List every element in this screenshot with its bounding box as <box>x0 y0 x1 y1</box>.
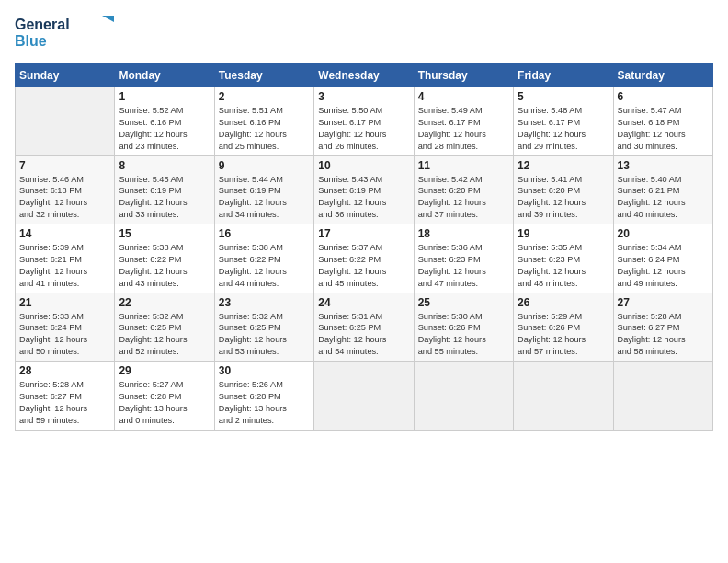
day-info: Sunrise: 5:29 AMSunset: 6:26 PMDaylight:… <box>518 311 609 359</box>
day-cell <box>314 362 414 431</box>
week-row-5: 28Sunrise: 5:28 AMSunset: 6:27 PMDayligh… <box>16 362 713 431</box>
day-cell: 10Sunrise: 5:43 AMSunset: 6:19 PMDayligh… <box>314 155 414 224</box>
day-cell: 2Sunrise: 5:51 AMSunset: 6:16 PMDaylight… <box>214 87 313 156</box>
day-number: 4 <box>418 90 509 103</box>
header-area: General Blue <box>15 11 713 56</box>
day-number: 20 <box>618 227 709 240</box>
day-info: Sunrise: 5:50 AMSunset: 6:17 PMDaylight:… <box>318 105 409 153</box>
day-info: Sunrise: 5:36 AMSunset: 6:23 PMDaylight:… <box>418 242 509 290</box>
svg-text:General: General <box>15 17 70 32</box>
day-info: Sunrise: 5:41 AMSunset: 6:20 PMDaylight:… <box>518 174 609 222</box>
day-info: Sunrise: 5:26 AMSunset: 6:28 PMDaylight:… <box>219 379 310 427</box>
day-cell: 1Sunrise: 5:52 AMSunset: 6:16 PMDaylight… <box>115 87 214 156</box>
day-info: Sunrise: 5:28 AMSunset: 6:27 PMDaylight:… <box>618 311 709 359</box>
day-info: Sunrise: 5:47 AMSunset: 6:18 PMDaylight:… <box>618 105 709 153</box>
day-number: 1 <box>119 90 210 103</box>
day-info: Sunrise: 5:35 AMSunset: 6:23 PMDaylight:… <box>518 242 609 290</box>
day-info: Sunrise: 5:37 AMSunset: 6:22 PMDaylight:… <box>318 242 409 290</box>
day-number: 30 <box>219 364 310 377</box>
day-number: 28 <box>19 364 110 377</box>
header-monday: Monday <box>115 64 214 87</box>
day-cell <box>414 362 513 431</box>
day-info: Sunrise: 5:45 AMSunset: 6:19 PMDaylight:… <box>119 174 210 222</box>
day-cell: 15Sunrise: 5:38 AMSunset: 6:22 PMDayligh… <box>115 224 214 293</box>
day-info: Sunrise: 5:42 AMSunset: 6:20 PMDaylight:… <box>418 174 509 222</box>
day-number: 16 <box>219 227 310 240</box>
day-cell: 29Sunrise: 5:27 AMSunset: 6:28 PMDayligh… <box>115 362 214 431</box>
header-tuesday: Tuesday <box>214 64 313 87</box>
day-cell: 18Sunrise: 5:36 AMSunset: 6:23 PMDayligh… <box>414 224 513 293</box>
day-cell: 25Sunrise: 5:30 AMSunset: 6:26 PMDayligh… <box>414 293 513 362</box>
day-info: Sunrise: 5:27 AMSunset: 6:28 PMDaylight:… <box>119 379 210 427</box>
day-cell: 19Sunrise: 5:35 AMSunset: 6:23 PMDayligh… <box>514 224 613 293</box>
day-cell: 22Sunrise: 5:32 AMSunset: 6:25 PMDayligh… <box>115 293 214 362</box>
week-row-3: 14Sunrise: 5:39 AMSunset: 6:21 PMDayligh… <box>16 224 713 293</box>
day-number: 17 <box>318 227 409 240</box>
day-cell: 14Sunrise: 5:39 AMSunset: 6:21 PMDayligh… <box>16 224 115 293</box>
day-info: Sunrise: 5:40 AMSunset: 6:21 PMDaylight:… <box>618 174 709 222</box>
day-info: Sunrise: 5:51 AMSunset: 6:16 PMDaylight:… <box>219 105 310 153</box>
day-number: 15 <box>119 227 210 240</box>
header-saturday: Saturday <box>613 64 712 87</box>
main-container: General Blue Sunday Monday Tuesday Wedne… <box>0 0 728 442</box>
day-cell <box>613 362 712 431</box>
day-cell: 11Sunrise: 5:42 AMSunset: 6:20 PMDayligh… <box>414 155 513 224</box>
day-cell: 23Sunrise: 5:32 AMSunset: 6:25 PMDayligh… <box>214 293 313 362</box>
header-row: Sunday Monday Tuesday Wednesday Thursday… <box>16 64 713 87</box>
day-cell: 20Sunrise: 5:34 AMSunset: 6:24 PMDayligh… <box>613 224 712 293</box>
day-cell: 3Sunrise: 5:50 AMSunset: 6:17 PMDaylight… <box>314 87 414 156</box>
day-cell: 9Sunrise: 5:44 AMSunset: 6:19 PMDaylight… <box>214 155 313 224</box>
day-cell: 21Sunrise: 5:33 AMSunset: 6:24 PMDayligh… <box>16 293 115 362</box>
day-info: Sunrise: 5:32 AMSunset: 6:25 PMDaylight:… <box>119 311 210 359</box>
day-number: 21 <box>19 296 110 309</box>
day-info: Sunrise: 5:33 AMSunset: 6:24 PMDaylight:… <box>19 311 110 359</box>
header-sunday: Sunday <box>16 64 115 87</box>
day-cell <box>514 362 613 431</box>
day-info: Sunrise: 5:44 AMSunset: 6:19 PMDaylight:… <box>219 174 310 222</box>
day-cell: 17Sunrise: 5:37 AMSunset: 6:22 PMDayligh… <box>314 224 414 293</box>
day-info: Sunrise: 5:39 AMSunset: 6:21 PMDaylight:… <box>19 242 110 290</box>
day-info: Sunrise: 5:30 AMSunset: 6:26 PMDaylight:… <box>418 311 509 359</box>
day-cell <box>16 87 115 156</box>
day-cell: 7Sunrise: 5:46 AMSunset: 6:18 PMDaylight… <box>16 155 115 224</box>
day-info: Sunrise: 5:38 AMSunset: 6:22 PMDaylight:… <box>119 242 210 290</box>
day-info: Sunrise: 5:32 AMSunset: 6:25 PMDaylight:… <box>219 311 310 359</box>
day-number: 19 <box>518 227 609 240</box>
day-info: Sunrise: 5:49 AMSunset: 6:17 PMDaylight:… <box>418 105 509 153</box>
day-cell: 13Sunrise: 5:40 AMSunset: 6:21 PMDayligh… <box>613 155 712 224</box>
day-number: 6 <box>618 90 709 103</box>
day-cell: 6Sunrise: 5:47 AMSunset: 6:18 PMDaylight… <box>613 87 712 156</box>
day-cell: 8Sunrise: 5:45 AMSunset: 6:19 PMDaylight… <box>115 155 214 224</box>
day-info: Sunrise: 5:48 AMSunset: 6:17 PMDaylight:… <box>518 105 609 153</box>
svg-text:Blue: Blue <box>15 33 47 49</box>
svg-marker-1 <box>102 16 114 22</box>
day-number: 23 <box>219 296 310 309</box>
day-number: 8 <box>119 159 210 172</box>
logo-text: General Blue <box>15 11 116 56</box>
day-number: 13 <box>618 159 709 172</box>
week-row-4: 21Sunrise: 5:33 AMSunset: 6:24 PMDayligh… <box>16 293 713 362</box>
header-thursday: Thursday <box>414 64 513 87</box>
day-info: Sunrise: 5:28 AMSunset: 6:27 PMDaylight:… <box>19 379 110 427</box>
day-number: 27 <box>618 296 709 309</box>
day-number: 11 <box>418 159 509 172</box>
day-info: Sunrise: 5:52 AMSunset: 6:16 PMDaylight:… <box>119 105 210 153</box>
day-info: Sunrise: 5:31 AMSunset: 6:25 PMDaylight:… <box>318 311 409 359</box>
day-cell: 24Sunrise: 5:31 AMSunset: 6:25 PMDayligh… <box>314 293 414 362</box>
day-number: 7 <box>19 159 110 172</box>
day-cell: 26Sunrise: 5:29 AMSunset: 6:26 PMDayligh… <box>514 293 613 362</box>
day-cell: 30Sunrise: 5:26 AMSunset: 6:28 PMDayligh… <box>214 362 313 431</box>
day-number: 22 <box>119 296 210 309</box>
day-number: 9 <box>219 159 310 172</box>
day-cell: 5Sunrise: 5:48 AMSunset: 6:17 PMDaylight… <box>514 87 613 156</box>
day-number: 14 <box>19 227 110 240</box>
day-cell: 12Sunrise: 5:41 AMSunset: 6:20 PMDayligh… <box>514 155 613 224</box>
day-info: Sunrise: 5:43 AMSunset: 6:19 PMDaylight:… <box>318 174 409 222</box>
day-number: 2 <box>219 90 310 103</box>
day-info: Sunrise: 5:46 AMSunset: 6:18 PMDaylight:… <box>19 174 110 222</box>
day-number: 25 <box>418 296 509 309</box>
header-friday: Friday <box>514 64 613 87</box>
calendar-table: Sunday Monday Tuesday Wednesday Thursday… <box>15 63 713 431</box>
week-row-2: 7Sunrise: 5:46 AMSunset: 6:18 PMDaylight… <box>16 155 713 224</box>
week-row-1: 1Sunrise: 5:52 AMSunset: 6:16 PMDaylight… <box>16 87 713 156</box>
